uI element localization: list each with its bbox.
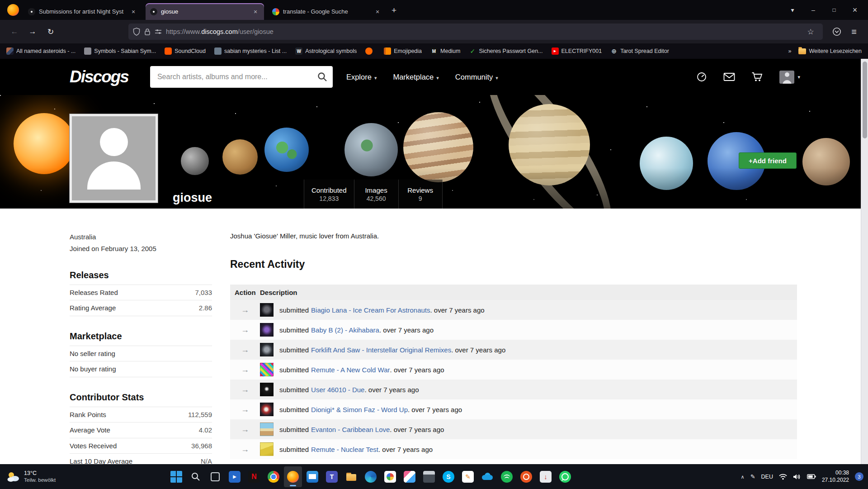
release-link[interactable]: Evanton - Caribbean Love: [311, 426, 390, 433]
release-link[interactable]: Biagio Lana - Ice Cream For Astronauts: [311, 306, 430, 314]
volume-icon[interactable]: [793, 474, 801, 480]
release-link[interactable]: Dionigi* & Simon Faz - Word Up: [311, 406, 408, 413]
hidden-icons-chevron[interactable]: [741, 473, 745, 480]
search-input[interactable]: [150, 66, 333, 88]
tab-close-icon[interactable]: [251, 8, 259, 15]
spotify-app[interactable]: [498, 466, 516, 487]
release-thumbnail[interactable]: [260, 363, 274, 376]
bookmark-item[interactable]: ELECTRIFY001: [552, 47, 602, 55]
window-minimize-button[interactable]: [803, 0, 824, 20]
bookmark-item-icon-only[interactable]: [365, 47, 375, 55]
cart-icon[interactable]: [751, 71, 763, 82]
other-bookmarks-folder[interactable]: Weitere Lesezeichen: [798, 48, 862, 54]
tab-close-icon[interactable]: [129, 8, 137, 15]
window-close-button[interactable]: [844, 0, 865, 20]
downloads-app[interactable]: [537, 466, 555, 487]
photos-app[interactable]: [381, 466, 399, 487]
lock-icon[interactable]: [144, 28, 151, 36]
release-thumbnail[interactable]: [260, 383, 274, 396]
calculator-app[interactable]: [420, 466, 438, 487]
scrollbar-thumb[interactable]: [863, 62, 867, 138]
paint-app[interactable]: [401, 466, 419, 487]
wifi-icon[interactable]: [779, 474, 787, 480]
permissions-icon[interactable]: [155, 28, 162, 35]
whatsapp-app[interactable]: [556, 466, 574, 487]
bookmark-item[interactable]: Sicheres Passwort Gen...: [469, 47, 542, 55]
nav-community[interactable]: Community: [455, 73, 498, 81]
discogs-logo[interactable]: Discogs: [70, 67, 128, 86]
tab-reviews[interactable]: Reviews 9: [398, 180, 443, 209]
bookmark-item[interactable]: Symbols - Sabian Sym...: [84, 47, 156, 55]
teams-app[interactable]: [323, 466, 341, 487]
notification-badge[interactable]: 3: [855, 472, 863, 481]
release-link[interactable]: Forklift And Saw - Interstellar Original…: [311, 346, 451, 354]
tab-contributed[interactable]: Contributed 12,833: [304, 180, 354, 209]
tracking-shield-icon[interactable]: [133, 28, 140, 36]
browser-tab-3[interactable]: translate - Google Suche: [268, 3, 386, 20]
nav-explore[interactable]: Explore: [346, 73, 377, 81]
weather-widget[interactable]: 13°C Teilw. bewölkt: [0, 470, 88, 484]
firefox-logo-icon[interactable]: [7, 4, 19, 16]
bookmark-item[interactable]: Emojipedia: [384, 47, 422, 55]
task-view-button[interactable]: [206, 466, 224, 487]
profile-joined: Joined on February 13, 2005: [70, 243, 212, 255]
release-thumbnail[interactable]: [260, 323, 274, 337]
language-indicator[interactable]: DEU: [761, 474, 773, 480]
bookmark-item[interactable]: Tarot Spread Editor: [610, 47, 669, 55]
new-tab-button[interactable]: [392, 5, 396, 15]
bookmark-item[interactable]: Astrological symbols: [295, 47, 357, 55]
tab-close-icon[interactable]: [373, 8, 382, 15]
bookmark-item[interactable]: All named asteroids - ...: [6, 47, 75, 55]
release-thumbnail[interactable]: [260, 423, 274, 436]
bookmarks-overflow-chevron[interactable]: [788, 48, 792, 54]
clock[interactable]: 00:38 27.10.2022: [822, 470, 849, 484]
forward-button[interactable]: [24, 24, 41, 39]
taskbar-search-button[interactable]: [187, 466, 205, 487]
start-button[interactable]: [167, 466, 185, 487]
bookmark-item[interactable]: sabian mysteries - List ...: [214, 47, 287, 55]
hamburger-menu-icon[interactable]: [846, 27, 862, 37]
nav-marketplace[interactable]: Marketplace: [393, 73, 439, 81]
tab-images[interactable]: Images 42,560: [354, 180, 398, 209]
reload-button[interactable]: [42, 24, 59, 39]
release-link[interactable]: Baby B (2) - Akihabara: [311, 326, 379, 334]
chrome-app[interactable]: [264, 466, 283, 487]
designer-app[interactable]: [459, 466, 477, 487]
onedrive-app[interactable]: [478, 466, 496, 487]
dashboard-gauge-icon[interactable]: [696, 71, 707, 82]
add-friend-button[interactable]: +Add friend: [739, 152, 797, 169]
bookmark-item[interactable]: SoundCloud: [165, 47, 206, 55]
release-thumbnail[interactable]: [260, 303, 274, 317]
release-thumbnail[interactable]: [260, 343, 274, 356]
account-menu[interactable]: [779, 71, 800, 84]
pocket-icon[interactable]: [829, 27, 844, 36]
release-link[interactable]: Remute - A New Cold War: [311, 366, 390, 374]
page-scrollbar[interactable]: [861, 59, 868, 464]
firefox-app-active[interactable]: [284, 466, 302, 487]
back-button[interactable]: [6, 24, 23, 39]
movies-tv-app[interactable]: [226, 466, 244, 487]
release-link[interactable]: Remute - Nuclear Test: [311, 446, 378, 453]
skype-app[interactable]: [439, 466, 458, 487]
bookmark-star-icon[interactable]: [803, 27, 818, 37]
ubuntu-app[interactable]: [517, 466, 535, 487]
pen-icon[interactable]: [750, 473, 755, 480]
mail-app[interactable]: [303, 466, 321, 487]
battery-icon[interactable]: [807, 474, 816, 479]
edge-app[interactable]: [362, 466, 380, 487]
release-thumbnail[interactable]: [260, 403, 274, 416]
netflix-app[interactable]: [245, 466, 263, 487]
medium-icon: [430, 47, 438, 55]
release-link[interactable]: User 46010 - Due: [311, 386, 364, 394]
browser-tab-2-active[interactable]: giosue: [146, 3, 264, 20]
list-all-tabs-chevron[interactable]: [782, 0, 803, 20]
search-icon[interactable]: [317, 72, 327, 82]
url-bar[interactable]: https://www.discogs.com/user/giosue: [128, 24, 823, 40]
stat-value: 2.86: [199, 304, 212, 313]
release-thumbnail[interactable]: [260, 442, 274, 456]
bookmark-item[interactable]: Medium: [430, 47, 460, 55]
browser-tab-1[interactable]: Submissions for artist Night Syst: [24, 3, 142, 20]
file-explorer-app[interactable]: [342, 466, 360, 487]
messages-icon[interactable]: [723, 72, 735, 81]
window-maximize-button[interactable]: [824, 0, 844, 20]
